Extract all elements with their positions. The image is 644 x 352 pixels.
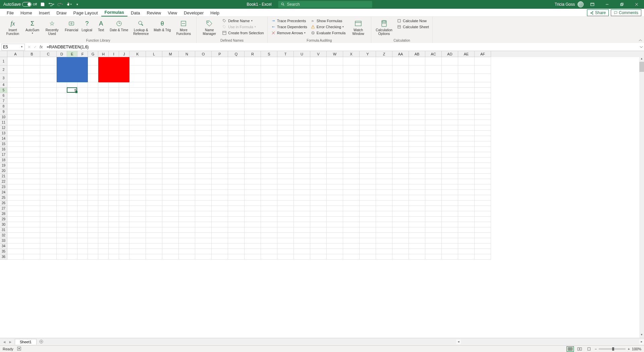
cell-B11[interactable] (24, 120, 40, 125)
cell-K19[interactable] (129, 163, 146, 168)
cell-AE2[interactable] (458, 65, 475, 74)
cell-Q27[interactable] (228, 206, 245, 211)
cell-A3[interactable] (7, 74, 24, 82)
cell-K27[interactable] (129, 206, 146, 211)
cell-Y11[interactable] (360, 120, 376, 125)
cell-W7[interactable] (327, 98, 343, 104)
cell-E6[interactable] (67, 93, 77, 98)
cell-A22[interactable] (7, 179, 24, 184)
cell-K32[interactable] (129, 233, 146, 238)
cell-AC8[interactable] (425, 104, 442, 109)
cell-A5[interactable] (7, 88, 24, 93)
cell-Z17[interactable] (376, 152, 392, 158)
tab-insert[interactable]: Insert (36, 9, 53, 16)
cell-M36[interactable] (162, 254, 179, 260)
cell-Y31[interactable] (360, 227, 376, 233)
cell-B29[interactable] (24, 217, 40, 222)
cell-AC2[interactable] (425, 65, 442, 74)
cell-AB8[interactable] (409, 104, 425, 109)
cell-I19[interactable] (109, 163, 119, 168)
cell-L5[interactable] (146, 88, 162, 93)
cell-V1[interactable] (310, 57, 327, 65)
cell-AE27[interactable] (458, 206, 475, 211)
cell-G36[interactable] (88, 254, 98, 260)
cell-S12[interactable] (261, 125, 277, 131)
cell-A35[interactable] (7, 249, 24, 254)
cell-AA9[interactable] (392, 109, 409, 115)
cell-C9[interactable] (40, 109, 57, 115)
cell-D21[interactable] (57, 174, 67, 179)
cell-O33[interactable] (195, 238, 212, 244)
cell-S14[interactable] (261, 136, 277, 141)
cell-Z18[interactable] (376, 158, 392, 163)
cell-B27[interactable] (24, 206, 40, 211)
cell-W6[interactable] (327, 93, 343, 98)
cell-M19[interactable] (162, 163, 179, 168)
cell-Y16[interactable] (360, 147, 376, 152)
row-header-26[interactable]: 26 (0, 201, 7, 206)
cell-H29[interactable] (98, 217, 109, 222)
cell-X25[interactable] (343, 195, 360, 201)
cell-AB9[interactable] (409, 109, 425, 115)
cell-H32[interactable] (98, 233, 109, 238)
cell-A36[interactable] (7, 254, 24, 260)
cell-W23[interactable] (327, 184, 343, 190)
cell-AF15[interactable] (475, 141, 491, 147)
cell-AC16[interactable] (425, 147, 442, 152)
cell-R4[interactable] (245, 82, 261, 88)
cell-K17[interactable] (129, 152, 146, 158)
cell-AC13[interactable] (425, 131, 442, 136)
cell-C7[interactable] (40, 98, 57, 104)
cell-AF20[interactable] (475, 168, 491, 174)
cell-K5[interactable] (129, 88, 146, 93)
cell-Q22[interactable] (228, 179, 245, 184)
cell-S20[interactable] (261, 168, 277, 174)
cell-H8[interactable] (98, 104, 109, 109)
cell-U9[interactable] (294, 109, 310, 115)
cell-K29[interactable] (129, 217, 146, 222)
cell-AA21[interactable] (392, 174, 409, 179)
cell-AB28[interactable] (409, 211, 425, 217)
cell-C17[interactable] (40, 152, 57, 158)
cell-M25[interactable] (162, 195, 179, 201)
cell-AF21[interactable] (475, 174, 491, 179)
cell-J18[interactable] (119, 158, 129, 163)
cell-AC28[interactable] (425, 211, 442, 217)
cell-F28[interactable] (77, 211, 88, 217)
cell-I9[interactable] (109, 109, 119, 115)
cell-K20[interactable] (129, 168, 146, 174)
cell-AF9[interactable] (475, 109, 491, 115)
cell-AD32[interactable] (442, 233, 458, 238)
cell-T2[interactable] (277, 65, 294, 74)
cell-R5[interactable] (245, 88, 261, 93)
cell-F33[interactable] (77, 238, 88, 244)
cell-I24[interactable] (109, 190, 119, 195)
cell-AE13[interactable] (458, 131, 475, 136)
cell-A11[interactable] (7, 120, 24, 125)
cell-I16[interactable] (109, 147, 119, 152)
cell-N15[interactable] (179, 141, 195, 147)
cell-C18[interactable] (40, 158, 57, 163)
cell-H11[interactable] (98, 120, 109, 125)
cell-G8[interactable] (88, 104, 98, 109)
cell-Z4[interactable] (376, 82, 392, 88)
cell-B28[interactable] (24, 211, 40, 217)
cell-I14[interactable] (109, 136, 119, 141)
cell-N35[interactable] (179, 249, 195, 254)
cell-Y19[interactable] (360, 163, 376, 168)
sheet-nav-prev[interactable]: ◄ (1, 340, 7, 344)
cell-E22[interactable] (67, 179, 77, 184)
cell-Z2[interactable] (376, 65, 392, 74)
cell-J10[interactable] (119, 115, 129, 120)
cell-P30[interactable] (212, 222, 228, 227)
cell-AE8[interactable] (458, 104, 475, 109)
cell-I23[interactable] (109, 184, 119, 190)
cell-W28[interactable] (327, 211, 343, 217)
cell-W17[interactable] (327, 152, 343, 158)
cell-AA14[interactable] (392, 136, 409, 141)
cell-M32[interactable] (162, 233, 179, 238)
cell-Y17[interactable] (360, 152, 376, 158)
cell-G15[interactable] (88, 141, 98, 147)
col-header-Z[interactable]: Z (376, 51, 392, 57)
cell-Z35[interactable] (376, 249, 392, 254)
